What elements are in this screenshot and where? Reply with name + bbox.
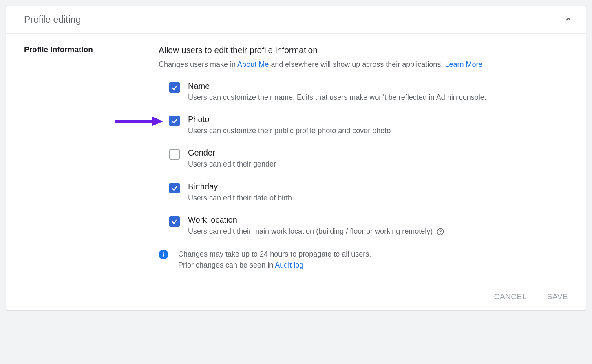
checkbox-birthday[interactable] <box>169 183 180 193</box>
option-desc: Users can customize their name. Edits th… <box>188 92 568 103</box>
option-label: Photo <box>188 115 568 124</box>
option-name: Name Users can customize their name. Edi… <box>169 81 568 103</box>
learn-more-link[interactable]: Learn More <box>445 60 482 68</box>
profile-editing-card: Profile editing Profile information Allo… <box>6 6 586 311</box>
option-desc: Users can edit their date of birth <box>188 193 568 203</box>
checkbox-name[interactable] <box>169 82 180 93</box>
left-column: Profile information <box>24 45 159 271</box>
option-label: Name <box>188 81 568 91</box>
option-desc: Users can customize their public profile… <box>188 126 568 136</box>
help-icon[interactable] <box>436 228 444 236</box>
svg-point-4 <box>163 252 164 253</box>
svg-rect-5 <box>163 254 164 257</box>
setting-description: Changes users make in About Me and elsew… <box>159 59 568 70</box>
cancel-button[interactable]: CANCEL <box>494 292 527 301</box>
footer: CANCEL SAVE <box>6 283 586 310</box>
info-icon <box>159 250 168 259</box>
content-body: Profile information Allow users to edit … <box>6 34 586 283</box>
option-desc: Users can edit their gender <box>188 159 568 169</box>
option-label: Birthday <box>188 182 568 191</box>
collapse-icon[interactable] <box>564 15 573 25</box>
info-text: Changes may take up to 24 hours to propa… <box>178 249 371 271</box>
svg-point-3 <box>440 233 441 234</box>
section-header: Profile editing <box>6 6 586 34</box>
checkbox-work-location[interactable] <box>169 216 180 227</box>
about-me-link[interactable]: About Me <box>237 60 269 68</box>
option-photo: Photo Users can customize their public p… <box>169 115 568 136</box>
option-label: Gender <box>188 148 568 158</box>
profile-info-label: Profile information <box>24 45 159 54</box>
option-desc: Users can edit their main work location … <box>188 226 568 237</box>
info-box: Changes may take up to 24 hours to propa… <box>159 249 568 271</box>
option-birthday: Birthday Users can edit their date of bi… <box>169 182 568 203</box>
right-column: Allow users to edit their profile inform… <box>159 45 568 271</box>
save-button[interactable]: SAVE <box>547 292 568 301</box>
checkbox-gender[interactable] <box>169 149 180 160</box>
section-title: Profile editing <box>24 14 81 25</box>
option-list: Name Users can customize their name. Edi… <box>159 81 568 237</box>
audit-log-link[interactable]: Audit log <box>275 261 303 269</box>
setting-title: Allow users to edit their profile inform… <box>159 45 568 55</box>
option-work-location: Work location Users can edit their main … <box>169 215 568 237</box>
checkbox-photo[interactable] <box>169 116 180 126</box>
option-label: Work location <box>188 215 568 225</box>
option-gender: Gender Users can edit their gender <box>169 148 568 169</box>
